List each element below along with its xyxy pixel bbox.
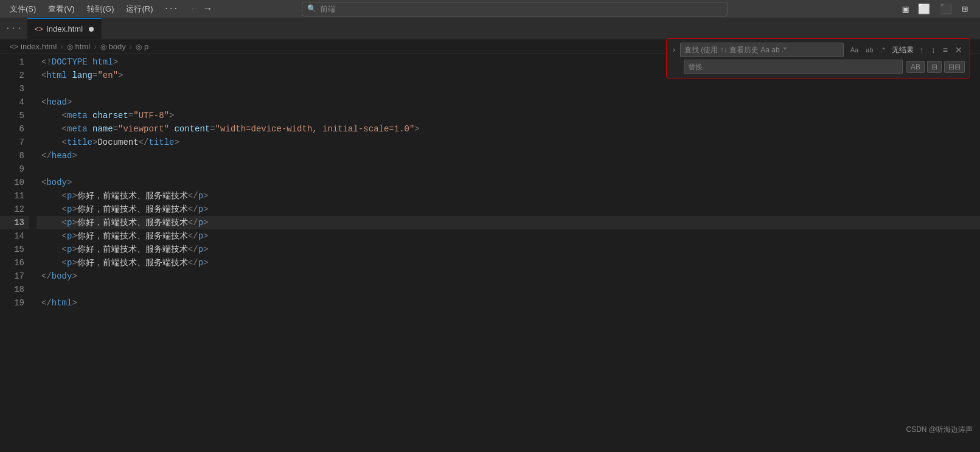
tab-more-button[interactable]: ··· (0, 18, 27, 39)
breadcrumb-file[interactable]: <> index.html (10, 42, 57, 51)
line-num-12: 12 (0, 203, 29, 216)
code-line-12: <p> 你好，前端技术、服务端技术 </p> (36, 203, 980, 216)
watermark-text: CSDN @听海边涛声 (906, 425, 973, 435)
line-num-8: 8 (0, 149, 29, 162)
search-icon: 🔍 (307, 4, 316, 13)
menu-item-goto[interactable]: 转到(G) (82, 2, 119, 16)
line-num-4: 4 (0, 96, 29, 109)
find-input[interactable]: 查找 (使用 ↑↓ 查看历史 Aa ab .* (680, 43, 844, 57)
nav-forward-button[interactable]: → (203, 2, 214, 16)
menu-item-file[interactable]: 文件(S) (5, 2, 41, 16)
breadcrumb-html[interactable]: ◎ html (67, 42, 91, 51)
line-num-16: 16 (0, 256, 29, 269)
code-line-4: <head> (36, 96, 980, 109)
menu-bar: 文件(S) 查看(V) 转到(G) 运行(R) ··· ← → 🔍 前端 ▣ ⬜… (0, 0, 980, 18)
layout-split-btn[interactable]: ⬛ (937, 2, 954, 16)
code-line-10: <body> (36, 176, 980, 189)
tab-index-html[interactable]: <> index.html (27, 18, 102, 39)
html-file-icon: <> (35, 25, 43, 33)
line-num-7: 7 (0, 136, 29, 149)
global-search-bar[interactable]: 🔍 前端 (302, 2, 728, 16)
find-navigation-actions: ↑ ↓ ≡ ✕ (917, 44, 965, 56)
code-line-13: <p> 你好，前端技术、服务端技术 </p> (36, 216, 980, 229)
menu-item-view[interactable]: 查看(V) (43, 2, 79, 16)
line-num-15: 15 (0, 243, 29, 256)
find-case-sensitive-btn[interactable]: Aa (847, 44, 861, 55)
line-num-18: 18 (0, 283, 29, 296)
tab-bar: ··· <> index.html (0, 18, 980, 40)
code-line-17: </body> (36, 269, 980, 283)
code-editor[interactable]: 1 2 3 4 5 6 7 8 9 10 11 12 13 14 15 16 1… (0, 54, 980, 431)
line-num-14: 14 (0, 229, 29, 243)
tab-modified-indicator (89, 27, 94, 32)
code-line-8: </head> (36, 149, 980, 162)
find-menu-button[interactable]: ≡ (940, 44, 950, 56)
find-replace-widget: › 查找 (使用 ↑↓ 查看历史 Aa ab .* Aa ab .* 无结果 ↑… (666, 38, 970, 78)
nav-back-button[interactable]: ← (189, 2, 200, 16)
code-line-19: </html> (36, 296, 980, 310)
code-line-3 (36, 82, 980, 96)
find-close-button[interactable]: ✕ (953, 44, 965, 56)
line-num-5: 5 (0, 109, 29, 122)
replace-label-text: 替换 (688, 62, 703, 72)
replace-ab-btn[interactable]: AB (906, 61, 925, 73)
find-row: › 查找 (使用 ↑↓ 查看历史 Aa ab .* Aa ab .* 无结果 ↑… (672, 43, 965, 57)
menu-more[interactable]: ··· (161, 3, 182, 15)
breadcrumb-body[interactable]: ◎ body (100, 42, 126, 51)
code-line-6: <meta name="viewport" content="width=dev… (36, 122, 980, 136)
replace-actions: AB ⊟ ⊟⊟ (906, 61, 965, 73)
code-line-11: <p> 你好，前端技术、服务端技术 </p> (36, 189, 980, 203)
line-num-6: 6 (0, 122, 29, 136)
breadcrumb-file-label: index.html (21, 42, 57, 51)
p-icon: ◎ (136, 43, 142, 51)
file-icon: <> (10, 43, 18, 51)
code-content[interactable]: <!DOCTYPE html> <html lang="en"> <head> … (36, 54, 980, 431)
replace-one-btn[interactable]: ⊟⊟ (944, 61, 965, 73)
line-num-10: 10 (0, 176, 29, 189)
line-numbers: 1 2 3 4 5 6 7 8 9 10 11 12 13 14 15 16 1… (0, 54, 36, 431)
breadcrumb-p-label: p (144, 42, 148, 51)
body-icon: ◎ (100, 43, 106, 51)
find-placeholder-text: 查找 (使用 ↑↓ 查看历史 Aa ab .* (684, 45, 787, 55)
search-text: 前端 (320, 4, 336, 15)
code-line-18 (36, 283, 980, 296)
breadcrumb-body-label: body (109, 42, 126, 51)
find-next-button[interactable]: ↓ (929, 44, 938, 56)
code-line-16: <p> 你好，前端技术、服务端技术 </p> (36, 256, 980, 269)
replace-all-btn[interactable]: ⊟ (927, 61, 942, 73)
title-right-actions: ▣ ⬜ ⬛ ⊞ (900, 2, 970, 16)
code-line-15: <p> 你好，前端技术、服务端技术 </p> (36, 243, 980, 256)
find-options: Aa ab .* (847, 44, 888, 55)
line-num-13: 13 (0, 216, 29, 229)
code-line-7: <title> Document </title> (36, 136, 980, 149)
layout-sidebar-btn[interactable]: ▣ (900, 2, 911, 16)
menu-item-run[interactable]: 运行(R) (121, 2, 158, 16)
breadcrumb-bar: <> index.html › ◎ html › ◎ body › ◎ p › … (0, 40, 980, 54)
line-num-2: 2 (0, 69, 29, 82)
find-no-result-text: 无结果 (892, 45, 914, 55)
find-prev-button[interactable]: ↑ (917, 44, 926, 56)
layout-editor-btn[interactable]: ⬜ (916, 2, 933, 16)
line-num-9: 9 (0, 162, 29, 176)
find-toggle-button[interactable]: › (672, 44, 676, 55)
line-num-11: 11 (0, 189, 29, 203)
breadcrumb-p[interactable]: ◎ p (136, 42, 148, 51)
line-num-17: 17 (0, 269, 29, 283)
nav-arrows: ← → (189, 2, 213, 16)
editor-container: ··· <> index.html <> index.html › ◎ html… (0, 18, 980, 431)
breadcrumb-html-label: html (75, 42, 91, 51)
code-line-9 (36, 162, 980, 176)
find-whole-word-btn[interactable]: ab (863, 44, 876, 55)
line-num-3: 3 (0, 82, 29, 96)
tab-filename: index.html (47, 24, 83, 33)
replace-row: 替换 AB ⊟ ⊟⊟ (672, 60, 965, 74)
replace-input[interactable]: 替换 (684, 60, 903, 74)
code-line-5: <meta charset="UTF-8"> (36, 109, 980, 122)
find-regex-btn[interactable]: .* (877, 44, 888, 55)
html-icon: ◎ (67, 43, 73, 51)
line-num-1: 1 (0, 55, 29, 69)
code-line-14: <p> 你好，前端技术、服务端技术 </p> (36, 229, 980, 243)
line-num-19: 19 (0, 296, 29, 310)
layout-grid-btn[interactable]: ⊞ (959, 2, 970, 16)
